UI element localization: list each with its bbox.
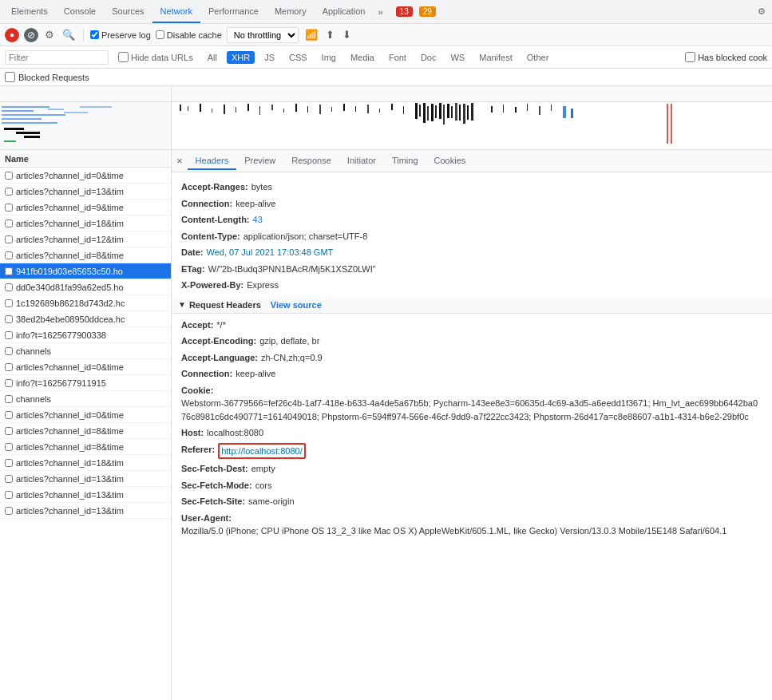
filter-xhr[interactable]: XHR xyxy=(227,51,255,64)
detail-tab-initiator[interactable]: Initiator xyxy=(339,152,384,170)
request-item-checkbox[interactable] xyxy=(5,475,13,483)
search-icon[interactable]: 🔍 xyxy=(61,27,77,42)
tab-application[interactable]: Application xyxy=(315,0,374,23)
header-value-user-agent: Mozilla/5.0 (iPhone; CPU iPhone OS 13_2_… xyxy=(181,524,726,538)
request-item[interactable]: info?t=1625677900338 xyxy=(0,327,171,343)
hide-data-urls-checkbox[interactable] xyxy=(118,52,129,62)
request-item-checkbox[interactable] xyxy=(5,251,13,259)
request-item-checkbox[interactable] xyxy=(5,267,13,275)
svg-rect-52 xyxy=(503,105,504,113)
filter-css[interactable]: CSS xyxy=(284,51,312,64)
filter-media[interactable]: Media xyxy=(346,51,379,64)
preserve-log-label: Preserve log xyxy=(101,30,151,40)
request-item[interactable]: articles?channel_id=18&tim xyxy=(0,216,171,231)
filter-icon[interactable]: ⚙ xyxy=(43,27,56,42)
svg-rect-48 xyxy=(571,109,573,118)
filter-ws[interactable]: WS xyxy=(445,51,469,64)
request-item-checkbox[interactable] xyxy=(5,315,13,323)
tab-console[interactable]: Console xyxy=(56,0,104,23)
request-item[interactable]: articles?channel_id=12&tim xyxy=(0,231,171,247)
detail-tab-response[interactable]: Response xyxy=(283,152,339,170)
request-item[interactable]: articles?channel_id=0&time xyxy=(0,359,171,375)
request-headers-toggle[interactable]: ▼ Request Headers View source xyxy=(172,297,772,314)
request-item-checkbox[interactable] xyxy=(5,411,13,419)
more-tabs-button[interactable]: » xyxy=(374,7,386,17)
request-item[interactable]: articles?channel_id=8&time xyxy=(0,247,171,263)
request-item[interactable]: info?t=1625677911915 xyxy=(0,375,171,391)
download-icon[interactable]: ⬇ xyxy=(341,27,353,42)
filter-js[interactable]: JS xyxy=(259,51,279,64)
request-item-checkbox[interactable] xyxy=(5,204,13,212)
request-item[interactable]: channels xyxy=(0,391,171,407)
filter-hide-data-urls[interactable]: Hide data URLs xyxy=(113,50,198,64)
tab-performance[interactable]: Performance xyxy=(200,0,267,23)
blocked-requests-checkbox[interactable] xyxy=(5,72,15,82)
tab-sources[interactable]: Sources xyxy=(104,0,152,23)
filter-manifest[interactable]: Manifest xyxy=(474,51,517,64)
request-item-checkbox[interactable] xyxy=(5,283,13,291)
request-item-checkbox[interactable] xyxy=(5,172,13,180)
filter-all[interactable]: All xyxy=(203,51,222,64)
wifi-icon[interactable]: 📶 xyxy=(303,27,319,42)
has-blocked-cookies-label[interactable]: Has blocked cook xyxy=(685,52,767,62)
request-header-connection: Connection: keep-alive xyxy=(172,366,772,382)
tab-elements[interactable]: Elements xyxy=(3,0,56,23)
request-item-checkbox[interactable] xyxy=(5,363,13,371)
request-item[interactable]: articles?channel_id=13&tim xyxy=(0,503,171,519)
filter-font[interactable]: Font xyxy=(384,51,411,64)
request-item-checkbox[interactable] xyxy=(5,427,13,435)
throttle-select[interactable]: No throttling xyxy=(227,27,299,43)
request-item[interactable]: articles?channel_id=18&tim xyxy=(0,455,171,471)
request-item-checkbox[interactable] xyxy=(5,219,13,227)
request-item-checkbox[interactable] xyxy=(5,491,13,499)
request-item-checkbox[interactable] xyxy=(5,379,13,387)
detail-tabs: × Headers Preview Response Initiator Tim… xyxy=(172,150,772,172)
detail-tab-timing[interactable]: Timing xyxy=(384,152,426,170)
tab-memory[interactable]: Memory xyxy=(267,0,315,23)
request-item[interactable]: articles?channel_id=8&time xyxy=(0,439,171,455)
upload-icon[interactable]: ⬆ xyxy=(324,27,336,42)
view-source-link[interactable]: View source xyxy=(271,300,322,310)
request-item[interactable]: articles?channel_id=13&tim xyxy=(0,471,171,487)
request-item[interactable]: 38ed2b4ebe08950ddcea.hc xyxy=(0,311,171,327)
tab-network[interactable]: Network xyxy=(152,0,200,23)
filter-img[interactable]: Img xyxy=(317,51,341,64)
detail-close-button[interactable]: × xyxy=(176,155,183,167)
request-item[interactable]: articles?channel_id=0&time xyxy=(0,168,171,184)
has-blocked-cookies-checkbox[interactable] xyxy=(685,52,695,62)
request-item[interactable]: 1c192689b86218d743d2.hc xyxy=(0,295,171,311)
request-item[interactable]: articles?channel_id=0&time xyxy=(0,407,171,423)
request-item-checkbox[interactable] xyxy=(5,188,13,196)
blocked-requests-label[interactable]: Blocked Requests xyxy=(5,72,89,82)
preserve-log-checkbox-label[interactable]: Preserve log xyxy=(90,30,151,40)
detail-tab-preview[interactable]: Preview xyxy=(236,152,283,170)
record-button[interactable]: ● xyxy=(5,28,19,42)
detail-tab-cookies[interactable]: Cookies xyxy=(426,152,474,170)
request-item-checkbox[interactable] xyxy=(5,443,13,451)
request-item[interactable]: dd0e340d81fa99a62ed5.ho xyxy=(0,279,171,295)
preserve-log-checkbox[interactable] xyxy=(90,30,99,39)
request-item[interactable]: 941fb019d03e85653c50.ho xyxy=(0,263,171,279)
request-item-checkbox[interactable] xyxy=(5,235,13,243)
request-item-checkbox[interactable] xyxy=(5,395,13,403)
header-value-sec-fetch-dest: empty xyxy=(251,462,275,476)
stop-button[interactable]: ⊘ xyxy=(24,28,38,42)
filter-other[interactable]: Other xyxy=(522,51,554,64)
request-item-checkbox[interactable] xyxy=(5,347,13,355)
svg-rect-30 xyxy=(391,104,393,110)
request-item[interactable]: articles?channel_id=8&time xyxy=(0,423,171,439)
filter-input[interactable] xyxy=(5,50,109,65)
request-item[interactable]: articles?channel_id=13&tim xyxy=(0,184,171,200)
filter-doc[interactable]: Doc xyxy=(416,51,441,64)
request-item[interactable]: channels xyxy=(0,343,171,359)
request-item-checkbox[interactable] xyxy=(5,299,13,307)
disable-cache-checkbox[interactable] xyxy=(156,30,164,39)
request-item[interactable]: articles?channel_id=13&tim xyxy=(0,487,171,503)
request-item-checkbox[interactable] xyxy=(5,459,13,467)
request-item[interactable]: articles?channel_id=9&time xyxy=(0,200,171,216)
request-item-checkbox[interactable] xyxy=(5,507,13,515)
detail-tab-headers[interactable]: Headers xyxy=(188,152,237,170)
disable-cache-checkbox-label[interactable]: Disable cache xyxy=(156,30,222,40)
request-item-checkbox[interactable] xyxy=(5,331,13,339)
settings-icon[interactable]: ⚙ xyxy=(754,3,769,20)
